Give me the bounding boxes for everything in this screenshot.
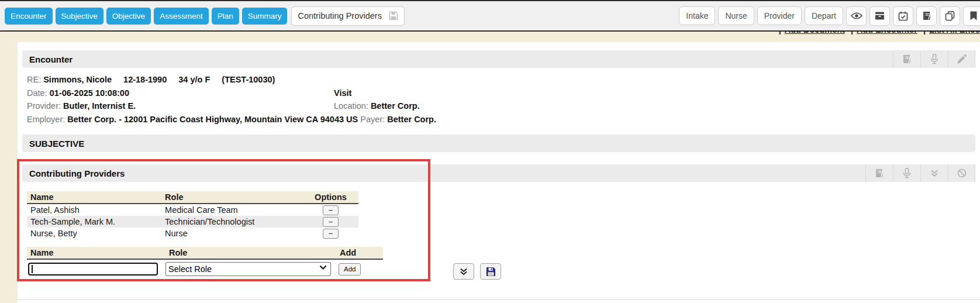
stage-button-nurse[interactable]: Nurse — [718, 6, 754, 25]
provider-role: Medical Care Team — [161, 204, 303, 216]
expand-collapse-button[interactable] — [453, 263, 474, 280]
provider-role: Nurse — [161, 228, 303, 239]
employer-label: Employer: — [27, 115, 65, 124]
encounter-panel: Encounter RE: Simmons, Nicole 12-18-1990… — [18, 42, 980, 303]
payer-value: Better Corp. — [387, 115, 436, 124]
form-nav-group: Encounter Subjective Objective Assessmen… — [5, 8, 287, 25]
stage-button-provider[interactable]: Provider — [757, 6, 802, 25]
patient-name: Simmons, Nicole — [43, 75, 112, 84]
date-label: Date: — [27, 88, 47, 98]
copy-icon[interactable] — [940, 6, 960, 26]
nav-button-plan[interactable]: Plan — [212, 8, 239, 25]
chevron-double-down-icon — [460, 268, 468, 276]
add-column-header-role: Role — [165, 247, 336, 259]
location-label: Location: — [334, 101, 368, 111]
provider-name: Tech-Sample, Mark M. — [27, 216, 161, 228]
add-form-header-row: Name Role Add — [27, 247, 383, 260]
current-form-title-box: Contributing Providers — [291, 6, 404, 26]
provider-row: Nurse, Betty Nurse – — [27, 228, 358, 239]
subjective-section-header: SUBJECTIVE — [22, 135, 975, 152]
pencil-icon[interactable] — [948, 50, 975, 68]
journal-icon[interactable] — [893, 50, 920, 68]
provider-label: Provider: — [27, 101, 61, 111]
contributing-providers-title: Contributing Providers — [29, 168, 125, 178]
location-pair: Location: Better Corp. — [334, 99, 420, 113]
subjective-section-title: SUBJECTIVE — [29, 139, 84, 149]
payer-label: Payer: — [360, 115, 385, 124]
date-line: Date: 01-06-2025 10:08:00 Visit — [27, 87, 975, 100]
column-header-name: Name — [27, 191, 161, 204]
visit-type: Visit — [334, 87, 351, 100]
provider-name: Nurse, Betty — [27, 228, 161, 239]
current-form-title: Contributing Providers — [298, 11, 381, 20]
provider-value: Butler, Internist E. — [63, 101, 136, 111]
provider-row: Patel, Ashish Medical Care Team – — [27, 204, 358, 216]
microphone-icon[interactable] — [893, 164, 920, 182]
stage-button-depart[interactable]: Depart — [805, 6, 843, 25]
journal-icon[interactable] — [865, 164, 893, 182]
role-select-wrap: Select Role — [165, 262, 331, 276]
add-column-header-add: Add — [336, 247, 383, 259]
add-form-input-row: Select Role Add — [27, 262, 383, 276]
section-divider — [18, 299, 980, 300]
patient-id: (TEST-10030) — [222, 75, 275, 84]
save-icon[interactable] — [389, 11, 398, 20]
encounter-section-header: Encounter — [22, 50, 975, 68]
nav-button-objective[interactable]: Objective — [106, 8, 151, 25]
encounter-section-icons — [893, 50, 975, 68]
save-icon — [486, 267, 496, 277]
calendar-check-icon[interactable] — [893, 6, 913, 26]
nav-button-subjective[interactable]: Subjective — [56, 8, 103, 25]
add-provider-button[interactable]: Add — [339, 263, 361, 276]
provider-row: Tech-Sample, Mark M. Technician/Technolo… — [27, 216, 358, 228]
chevron-double-down-icon[interactable] — [920, 164, 948, 182]
stage-button-intake[interactable]: Intake — [679, 6, 715, 25]
toolbar-right-group: Intake Nurse Provider Depart — [679, 6, 975, 26]
provider-name: Patel, Ashish — [27, 204, 161, 216]
provider-name-input[interactable] — [28, 263, 158, 276]
provider-name-input-wrap — [27, 263, 165, 276]
nav-button-summary[interactable]: Summary — [242, 8, 288, 25]
column-header-options: Options — [303, 191, 358, 204]
re-label: RE: — [27, 75, 41, 84]
remove-provider-button[interactable]: – — [323, 229, 339, 239]
top-toolbar: Encounter Subjective Objective Assessmen… — [0, 0, 980, 32]
employer-value: Better Corp. - 12001 Pacific Coast Highw… — [67, 115, 358, 124]
journal-icon[interactable] — [916, 6, 937, 26]
providers-table: Name Role Options Patel, Ashish Medical … — [27, 191, 358, 239]
remove-provider-button[interactable]: – — [323, 205, 339, 215]
archive-icon[interactable] — [869, 6, 890, 26]
remove-provider-button[interactable]: – — [323, 217, 339, 227]
provider-line: Provider: Butler, Internist E. Location:… — [27, 99, 975, 113]
circle-slash-icon[interactable] — [948, 164, 975, 182]
contributing-providers-header: Contributing Providers — [22, 164, 975, 182]
date-value: 01-06-2025 10:08:00 — [50, 88, 129, 98]
nav-button-assessment[interactable]: Assessment — [154, 8, 209, 25]
nav-button-encounter[interactable]: Encounter — [5, 8, 53, 25]
provider-role: Technician/Technologist — [161, 216, 303, 228]
encounter-details: RE: Simmons, Nicole 12-18-1990 34 y/o F … — [27, 73, 975, 126]
form-footer-buttons — [453, 263, 501, 280]
microphone-icon[interactable] — [920, 50, 948, 68]
add-column-header-name: Name — [27, 247, 165, 259]
providers-table-header-row: Name Role Options — [27, 191, 358, 204]
patient-line: RE: Simmons, Nicole 12-18-1990 34 y/o F … — [27, 73, 975, 87]
patient-dob: 12-18-1990 — [123, 75, 167, 84]
patient-age-sex: 34 y/o F — [178, 75, 210, 84]
employer-line: Employer: Better Corp. - 12001 Pacific C… — [27, 113, 975, 126]
bookmark-icon[interactable] — [963, 6, 980, 26]
encounter-section-title: Encounter — [29, 54, 73, 64]
contributing-providers-icons — [865, 164, 975, 182]
eye-icon[interactable] — [846, 6, 867, 26]
location-value: Better Corp. — [371, 101, 420, 111]
role-select[interactable]: Select Role — [165, 262, 331, 276]
save-form-button[interactable] — [480, 263, 501, 280]
column-header-role: Role — [161, 191, 303, 204]
add-provider-form: Name Role Add Select Role Add — [27, 247, 383, 276]
